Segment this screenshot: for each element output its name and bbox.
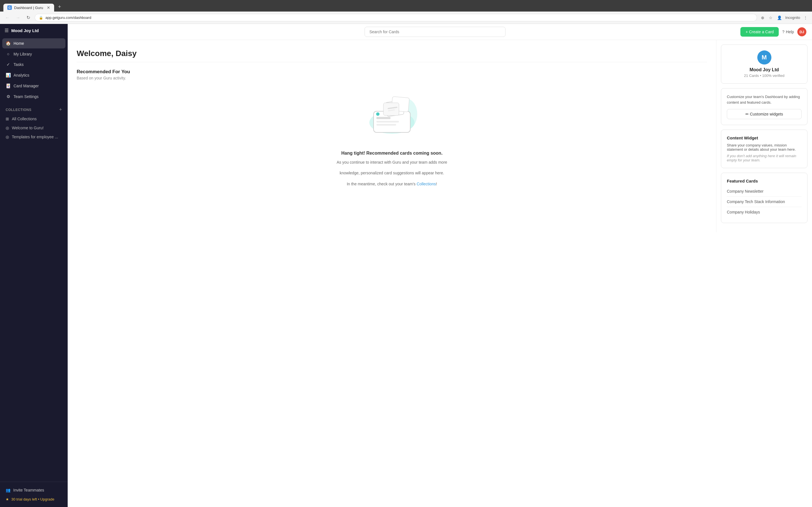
back-button[interactable]: ← (3, 14, 11, 21)
customize-widget-desc: Customize your team's Dashboard by addin… (727, 94, 802, 105)
team-settings-icon: ⚙ (6, 94, 11, 99)
extensions-icon[interactable]: ⊕ (760, 14, 765, 21)
featured-cards-list: Company Newsletter Company Tech Stack In… (727, 186, 802, 217)
recommended-subtitle: Based on your Guru activity. (77, 76, 707, 80)
customize-widgets-button[interactable]: ✏ Customize widgets (727, 109, 802, 119)
invite-teammates-label: Invite Teammates (13, 488, 44, 492)
sidebar-header: ☰ Mood Joy Ltd (0, 24, 68, 37)
org-name: Mood Joy Ltd (727, 67, 802, 72)
profile-icon[interactable]: 👤 (776, 14, 783, 21)
empty-state-illustration (364, 89, 420, 136)
collections-link[interactable]: Collections (417, 182, 436, 186)
sidebar-item-tasks[interactable]: ✓ Tasks (2, 59, 65, 69)
svg-rect-3 (376, 117, 391, 119)
trial-upgrade-button[interactable]: ★ 30 trial days left • Upgrade (2, 495, 65, 504)
org-stats: 21 Cards • 100% verified (727, 73, 802, 78)
collections-label: Collections (6, 108, 32, 112)
recommended-title: Recommended For You (77, 69, 707, 75)
content-widget-title: Content Widget (727, 135, 802, 140)
help-button[interactable]: ? Help (782, 30, 794, 34)
templates-collection-icon: ◎ (6, 135, 9, 139)
svg-point-6 (376, 112, 379, 116)
content-widget-italic: If you don't add anything here it will r… (727, 154, 802, 162)
empty-state: Hang tight! Recommended cards coming soo… (77, 142, 707, 200)
sidebar-item-card-manager-label: Card Manager (13, 83, 39, 88)
customize-widget: Customize your team's Dashboard by addin… (721, 88, 808, 125)
collection-item-welcome-label: Welcome to Guru! (12, 126, 44, 130)
main-area: + Create a Card ? Help DJ Welcome, Daisy… (68, 24, 812, 507)
welcome-title: Welcome, Daisy (77, 49, 707, 58)
hamburger-menu-icon[interactable]: ☰ (4, 28, 8, 33)
app-container: ☰ Mood Joy Ltd 🏠 Home ○ My Library ✓ Tas… (0, 24, 812, 507)
reload-button[interactable]: ↻ (25, 14, 32, 21)
collection-item-welcome[interactable]: ◎ Welcome to Guru! (0, 123, 68, 132)
content-widget: Content Widget Share your company values… (721, 129, 808, 168)
sidebar-bottom: 👥 Invite Teammates ★ 30 trial days left … (0, 482, 68, 507)
help-label: Help (786, 30, 794, 34)
sidebar-item-analytics-label: Analytics (13, 73, 29, 77)
trial-star-icon: ★ (6, 497, 9, 501)
featured-card-item-1[interactable]: Company Tech Stack Information (727, 196, 802, 207)
url-text: app.getguru.com/dashboard (45, 15, 91, 20)
collections-prompt: In the meantime, check out your team's C… (82, 181, 702, 187)
tasks-icon: ✓ (6, 62, 11, 67)
menu-icon[interactable]: ⋮ (802, 14, 809, 21)
toolbar-icons: ⊕ ☆ 👤 Incognito ⋮ (760, 14, 809, 21)
header-right: + Create a Card ? Help DJ (741, 27, 806, 37)
sidebar-item-card-manager[interactable]: 🃏 Card Manager (2, 81, 65, 91)
tab-close-button[interactable]: ✕ (47, 5, 50, 10)
help-icon: ? (782, 30, 784, 34)
sidebar-item-team-settings[interactable]: ⚙ Team Settings (2, 92, 65, 102)
incognito-label: Incognito (785, 15, 800, 20)
welcome-collection-icon: ◎ (6, 126, 9, 130)
active-tab[interactable]: G Dashboard | Guru ✕ (3, 4, 54, 11)
sidebar-item-home-label: Home (13, 41, 24, 46)
collection-item-templates-label: Templates for employee ... (12, 135, 58, 139)
collections-list: ⊞ All Collections ◎ Welcome to Guru! ◎ T… (0, 114, 68, 142)
sidebar-item-my-library-label: My Library (13, 52, 32, 56)
featured-cards-widget: Featured Cards Company Newsletter Compan… (721, 173, 808, 223)
sidebar-item-my-library[interactable]: ○ My Library (2, 49, 65, 59)
sidebar-item-analytics[interactable]: 📊 Analytics (2, 70, 65, 80)
trial-label: 30 trial days left • Upgrade (11, 497, 54, 501)
collection-item-templates[interactable]: ◎ Templates for employee ... (0, 132, 68, 142)
collections-prompt-before: In the meantime, check out your team's (347, 182, 417, 186)
add-collection-button[interactable]: + (59, 107, 62, 113)
content-widget-desc: Share your company values, mission state… (727, 143, 802, 152)
tab-favicon: G (7, 5, 12, 10)
bookmark-icon[interactable]: ☆ (768, 14, 774, 21)
browser-toolbar: ← → ↻ 🔒 app.getguru.com/dashboard ⊕ ☆ 👤 … (0, 11, 812, 24)
sidebar-item-home[interactable]: 🏠 Home (2, 38, 65, 48)
app-header: + Create a Card ? Help DJ (68, 24, 812, 40)
empty-state-text2: knowledge, personalized card suggestions… (82, 170, 702, 176)
lock-icon: 🔒 (39, 16, 43, 20)
invite-icon: 👥 (6, 488, 10, 492)
analytics-icon: 📊 (6, 73, 11, 78)
featured-card-item-0[interactable]: Company Newsletter (727, 186, 802, 196)
sidebar-item-tasks-label: Tasks (13, 62, 24, 67)
empty-state-text1: As you continue to interact with Guru an… (82, 159, 702, 165)
new-tab-button[interactable]: + (55, 2, 64, 11)
svg-rect-9 (384, 103, 399, 115)
address-bar[interactable]: 🔒 app.getguru.com/dashboard (35, 14, 757, 21)
featured-card-item-2[interactable]: Company Holidays (727, 207, 802, 217)
search-bar (364, 27, 506, 37)
invite-teammates-button[interactable]: 👥 Invite Teammates (2, 485, 65, 495)
sidebar: ☰ Mood Joy Ltd 🏠 Home ○ My Library ✓ Tas… (0, 24, 68, 507)
illustration-container (77, 89, 707, 136)
collections-prompt-after: ! (436, 182, 437, 186)
forward-button[interactable]: → (14, 14, 22, 21)
user-avatar[interactable]: DJ (797, 27, 806, 36)
collections-section-header: Collections + (0, 103, 68, 114)
collection-item-all[interactable]: ⊞ All Collections (0, 114, 68, 123)
main-content: Welcome, Daisy Recommended For You Based… (68, 40, 716, 232)
card-manager-icon: 🃏 (6, 83, 11, 89)
svg-rect-4 (376, 121, 399, 122)
org-widget: M Mood Joy Ltd 21 Cards • 100% verified (721, 45, 808, 83)
empty-state-title: Hang tight! Recommended cards coming soo… (82, 151, 702, 156)
sidebar-nav: 🏠 Home ○ My Library ✓ Tasks 📊 Analytics … (0, 37, 68, 103)
home-icon: 🏠 (6, 41, 11, 46)
create-card-button[interactable]: + Create a Card (741, 27, 779, 37)
search-input[interactable] (364, 27, 506, 37)
library-icon: ○ (6, 52, 11, 56)
